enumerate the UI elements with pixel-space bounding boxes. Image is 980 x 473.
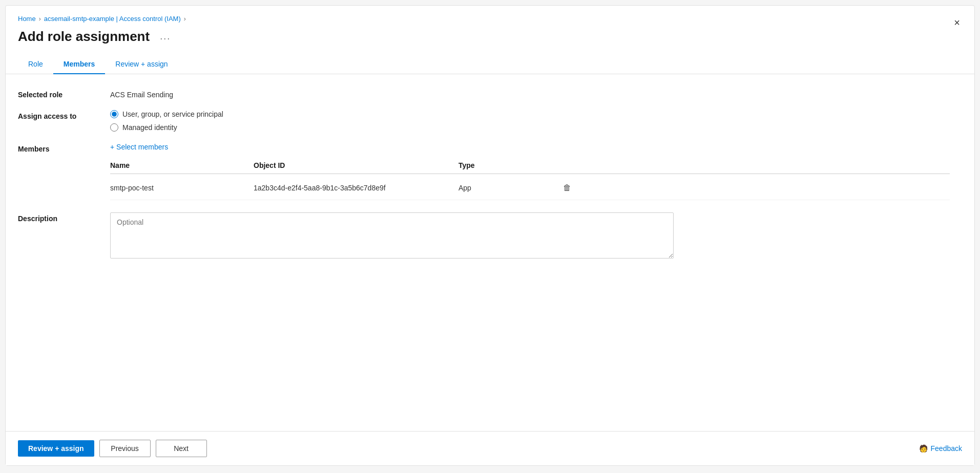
delete-member-button[interactable]: 🗑 [561,181,573,195]
description-label: Description [18,212,110,223]
feedback-label: Feedback [931,444,962,453]
breadcrumb-sep-2: › [184,15,186,23]
page-title: Add role assignment [18,29,150,45]
radio-managed-identity-label: Managed identity [122,123,177,132]
breadcrumb-home[interactable]: Home [18,15,36,23]
cell-delete: 🗑 [561,181,950,195]
members-content: + Select members [110,143,168,151]
previous-button[interactable]: Previous [99,440,151,457]
tabs-container: Role Members Review + assign [6,55,974,74]
review-assign-button[interactable]: Review + assign [18,440,94,457]
radio-user-group-input[interactable] [110,110,118,118]
description-textarea[interactable] [110,212,674,259]
col-name: Name [110,161,254,169]
more-options-button[interactable]: ... [156,29,175,44]
footer: Review + assign Previous Next 🧑 Feedback [6,431,974,465]
radio-group-assign-access: User, group, or service principal Manage… [110,110,223,132]
breadcrumb-iam[interactable]: acsemail-smtp-example | Access control (… [44,15,181,23]
description-row: Description [18,212,962,260]
select-members-button[interactable]: + Select members [110,143,168,151]
cell-object-id: 1a2b3c4d-e2f4-5aa8-9b1c-3a5b6c7d8e9f [254,184,458,192]
cell-type: App [458,184,561,192]
selected-role-value: ACS Email Sending [110,89,173,99]
radio-user-group-label: User, group, or service principal [122,110,223,118]
table-row: smtp-poc-test 1a2b3c4d-e2f4-5aa8-9b1c-3a… [110,176,950,200]
tab-members[interactable]: Members [53,55,105,74]
members-section: Members + Select members [18,143,962,153]
selected-role-label: Selected role [18,89,110,99]
next-button[interactable]: Next [156,440,207,457]
feedback-icon: 🧑 [919,444,928,453]
page-wrapper: Home › acsemail-smtp-example | Access co… [5,5,975,466]
members-label: Members [18,143,110,153]
col-object-id: Object ID [254,161,458,169]
col-type: Type [458,161,561,169]
selected-role-row: Selected role ACS Email Sending [18,89,962,99]
members-table: Name Object ID Type smtp-poc-test 1a2b3c… [110,161,950,200]
col-actions [561,161,950,169]
feedback-button[interactable]: 🧑 Feedback [919,444,962,453]
close-button[interactable]: × [950,15,964,31]
breadcrumb-sep-1: › [39,15,41,23]
description-container [110,212,674,260]
breadcrumb: Home › acsemail-smtp-example | Access co… [6,6,974,27]
cell-name: smtp-poc-test [110,184,254,192]
tab-role[interactable]: Role [18,55,53,74]
table-header: Name Object ID Type [110,161,950,174]
tab-review[interactable]: Review + assign [105,55,178,74]
radio-user-group[interactable]: User, group, or service principal [110,110,223,118]
assign-access-row: Assign access to User, group, or service… [18,110,962,132]
page-header: Add role assignment ... [6,27,974,55]
radio-managed-identity[interactable]: Managed identity [110,123,223,132]
assign-access-label: Assign access to [18,110,110,120]
form-content: Selected role ACS Email Sending Assign a… [6,89,974,260]
radio-managed-identity-input[interactable] [110,123,118,132]
